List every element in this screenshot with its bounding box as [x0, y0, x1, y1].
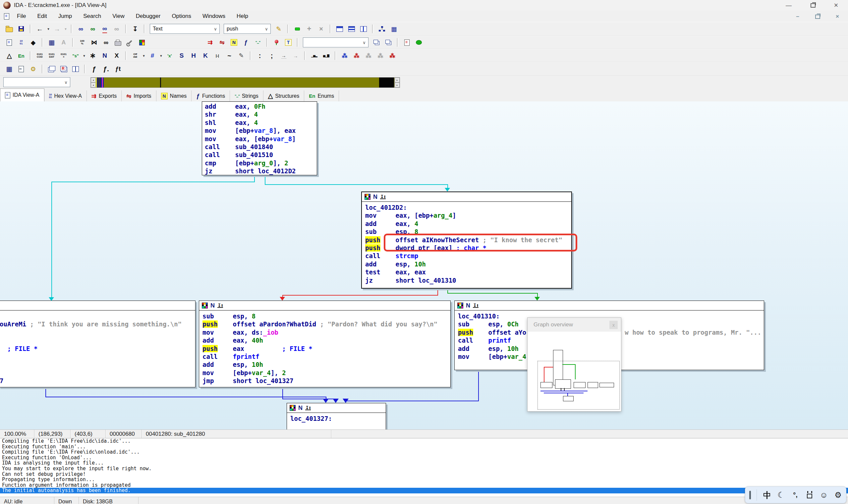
basic-block-sub-401280[interactable]: add eax, 0Fhshr eax, 4shl eax, 4mov [ebp… [202, 102, 317, 175]
struct-offset-button[interactable]: |-| [212, 50, 223, 61]
search-again-button[interactable]: ∞ [99, 23, 111, 34]
undefine-button[interactable]: 0101 × [58, 50, 70, 61]
block-collapse-icon[interactable]: ↧ı [305, 406, 311, 410]
make-data-button[interactable]: 0101 DAT [46, 50, 58, 61]
block-name-icon[interactable]: N [211, 302, 215, 309]
user-xrefs-button[interactable]: ⁂ [386, 50, 398, 61]
ime-chinese-mode[interactable] [762, 491, 771, 499]
ime-simplified[interactable] [805, 491, 814, 499]
make-code-button[interactable]: 0101 COD [34, 50, 46, 61]
block-collapse-icon[interactable]: ↧ı [473, 303, 479, 308]
run-green-button[interactable] [413, 37, 425, 48]
windows-stack-button[interactable] [346, 23, 358, 34]
delete-x-button[interactable]: X [111, 50, 123, 61]
xref-jump-button[interactable]: → [278, 50, 290, 61]
open-functions-button[interactable]: ƒ [240, 37, 252, 48]
edit-function-button[interactable]: ƒ. [100, 64, 112, 74]
menu-debugger[interactable]: Debugger [130, 11, 166, 22]
flowchart-button[interactable] [376, 23, 388, 34]
delete-disabled-button[interactable]: × [315, 23, 327, 34]
asm-line[interactable]: mov [ebp+var_8], eax [205, 127, 317, 134]
structures-tool-button[interactable]: △ [3, 50, 15, 61]
windows-tile-button[interactable] [70, 64, 82, 74]
asm-line[interactable]: 7 [0, 377, 195, 385]
output-line[interactable]: Executing function 'main'... [0, 444, 848, 450]
jump-address-button[interactable]: ↧ [129, 23, 141, 34]
navigate-back-dropdown[interactable]: ▾ [46, 23, 51, 34]
block-name-icon[interactable]: N [373, 194, 377, 200]
tab-functions[interactable]: ƒFunctions [192, 90, 230, 102]
graph-overview-close-button[interactable]: x [609, 321, 618, 329]
open-file-button[interactable] [3, 23, 15, 34]
navigate-forward-button[interactable]: → [51, 23, 63, 34]
ime-halfwidth-moon[interactable]: ☾ [777, 490, 786, 500]
output-line[interactable]: IDA is analysing the input file... [0, 460, 848, 466]
windows-vertical-button[interactable] [358, 23, 369, 34]
bookmark-button[interactable] [371, 37, 382, 48]
hex-h-button[interactable]: H [187, 50, 199, 61]
colors-button[interactable] [136, 37, 148, 48]
ime-settings-gear[interactable]: ⚙ [834, 490, 842, 500]
name-combo[interactable]: ∨ [303, 37, 368, 48]
xrefs-to-button[interactable]: ⁂ [362, 50, 375, 61]
text-t-button[interactable]: T [282, 37, 294, 48]
chevron-down-icon[interactable]: ∨ [212, 26, 219, 32]
open-exports-button[interactable]: ⇉ [204, 37, 216, 48]
menu-help[interactable]: Help [231, 11, 254, 22]
block-color-icon[interactable] [202, 303, 208, 308]
chevron-down-icon[interactable]: ∨ [360, 40, 368, 45]
mdi-minimize-button[interactable]: – [792, 13, 803, 20]
find-button[interactable]: ∞ [100, 37, 112, 48]
asm-line[interactable]: add eax, 40h [202, 336, 450, 344]
nav-address-combo[interactable]: ∨ [3, 77, 70, 87]
search-term-combo[interactable]: push∨ [224, 24, 271, 34]
menu-options[interactable]: Options [166, 11, 197, 22]
asm-line[interactable]: mov eax, [ebp+var_8] [205, 135, 317, 143]
chart-flow-button[interactable]: ▁▅▂ [308, 50, 320, 61]
navband-scroll-right-down[interactable]: ▸ [395, 83, 400, 88]
search-text-button[interactable]: ∞ [75, 23, 87, 34]
output-window[interactable]: Compiling file 'E:\IDA Free\idc\ida.idc'… [0, 438, 848, 494]
block-collapse-icon[interactable]: ↧ı [380, 195, 386, 199]
graph-overview-titlebar[interactable]: Graph overview [527, 318, 621, 332]
print-button[interactable] [112, 37, 124, 48]
windows-cascade-button[interactable] [46, 64, 58, 74]
number-button[interactable]: # [146, 50, 158, 61]
asm-line[interactable]: loc_401327: [290, 415, 386, 422]
make-string-button[interactable]: "s" [70, 50, 82, 61]
block-color-icon[interactable] [290, 405, 295, 411]
output-line[interactable]: Can not set debug privilege! [0, 471, 848, 477]
bookmark-delete-button[interactable] [382, 37, 394, 48]
highlight-pen-button[interactable]: ✎ [273, 23, 285, 34]
menu-search[interactable]: Search [77, 11, 107, 22]
options-wrench-button[interactable] [124, 37, 136, 48]
output-line[interactable]: Executing function 'OnLoad'... [0, 455, 848, 461]
output-line[interactable]: You may start to explore the input file … [0, 466, 848, 471]
segment-s-button[interactable]: S [176, 50, 187, 61]
hex-dump-button[interactable]: 10 01 [15, 37, 27, 48]
block-color-icon[interactable] [457, 303, 463, 308]
asm-line[interactable] [0, 328, 195, 336]
offset-dropdown[interactable]: ▾ [141, 50, 146, 61]
tab-imports[interactable]: ⇋Imports [122, 90, 156, 102]
asm-line[interactable]: jmp short loc_401327 [202, 377, 450, 385]
menu-windows[interactable]: Windows [197, 11, 231, 22]
number-dropdown[interactable]: ▾ [158, 50, 164, 61]
output-line[interactable]: Compiling file 'E:\IDA Free\idc\onload.i… [0, 449, 848, 455]
asm-line[interactable]: jz short loc_401310 [365, 276, 571, 284]
output-line-highlighted[interactable]: The initial autoanalysis has been finish… [0, 488, 848, 493]
asm-line[interactable]: call fprintf [202, 353, 450, 361]
rename-button[interactable]: N [99, 50, 111, 61]
block-name-icon[interactable]: N [298, 404, 303, 412]
open-imports-button[interactable]: ⇋ [216, 37, 228, 48]
asm-line[interactable]: shr eax, 4 [205, 110, 317, 118]
navband-scroll-up[interactable]: ◂ [91, 77, 96, 83]
mdi-document-icon[interactable] [4, 13, 9, 20]
block-collapse-icon[interactable]: ↧ı [217, 303, 223, 308]
char-button[interactable]: 'x' [164, 50, 176, 61]
asm-line[interactable]: sub esp, 8 [202, 312, 450, 320]
mdi-restore-button[interactable] [812, 13, 823, 20]
enums-tool-button[interactable]: En [15, 50, 27, 61]
callgraph-red-button[interactable]: ⁂ [350, 50, 362, 61]
menu-file[interactable]: File [11, 11, 32, 22]
